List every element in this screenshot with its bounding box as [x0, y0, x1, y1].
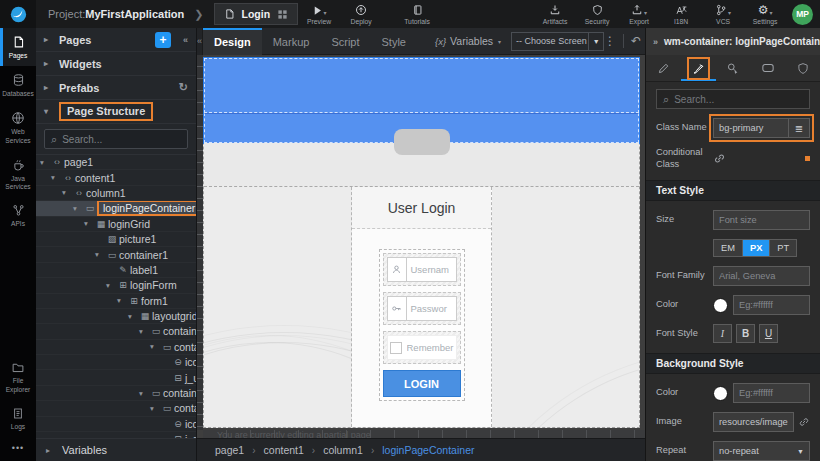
password-input[interactable]: Passwor	[407, 296, 457, 321]
tree-item[interactable]: ▾ ▭ container1	[36, 247, 196, 262]
settings-button[interactable]: ⚙▾ Settings	[744, 0, 786, 28]
canvas-tab[interactable]: Design	[203, 28, 262, 55]
password-field-row[interactable]: Passwor	[383, 292, 461, 325]
unit-pt-button[interactable]: PT	[770, 240, 796, 256]
username-field-row[interactable]: Usernam	[383, 253, 461, 286]
user-avatar[interactable]: MP	[792, 4, 813, 25]
collapse-panel-icon[interactable]: «	[183, 35, 188, 45]
remember-field-row[interactable]: Remember ...	[383, 331, 461, 364]
bg-color-swatch[interactable]	[713, 386, 728, 401]
breadcrumb-item[interactable]: loginPageContainer	[382, 444, 474, 456]
tree-item[interactable]: ▾ ▭ container	[36, 386, 196, 401]
rail-item-pages[interactable]: Pages	[0, 28, 36, 66]
bold-button[interactable]: B	[736, 324, 755, 343]
sidebar-section-widgets[interactable]: ▸ Widgets	[36, 52, 196, 76]
unit-px-button[interactable]: PX	[743, 240, 770, 256]
tree-item[interactable]: ▾ ▦ loginGrid	[36, 217, 196, 232]
tree-search-input[interactable]	[62, 134, 181, 145]
page-tab-login[interactable]: Login	[214, 3, 299, 25]
tab-events[interactable]	[716, 55, 751, 81]
grid-column-right[interactable]	[492, 187, 639, 427]
login-button[interactable]: LOGIN	[383, 370, 461, 397]
rail-item-file-explorer[interactable]: File Explorer	[0, 354, 36, 399]
tab-styles[interactable]	[681, 55, 716, 81]
sidebar-section-variables[interactable]: ▸ Variables	[36, 438, 196, 461]
tree-item[interactable]: ▾ ‹› column1	[36, 186, 196, 201]
color-swatch[interactable]	[713, 298, 728, 313]
tree-item[interactable]: ✎ label1	[36, 263, 196, 278]
tree-item[interactable]: ⊖ icon	[36, 355, 196, 370]
page-preview[interactable]: User Login Usernam	[203, 57, 640, 428]
kebab-menu-icon[interactable]: ⋮	[604, 34, 616, 48]
sidebar-section-page-structure[interactable]: ▾ Page Structure	[36, 100, 196, 124]
rail-item-web-services[interactable]: Web Services	[0, 104, 36, 150]
tab-device[interactable]	[750, 55, 785, 81]
picture-placeholder[interactable]	[394, 129, 450, 155]
tree-item[interactable]: ▾ ▭ container	[36, 324, 196, 339]
tree-item[interactable]: ▾ ▦ layoutgrid2	[36, 309, 196, 324]
canvas-tab[interactable]: Style	[371, 28, 417, 55]
canvas-tab[interactable]: Markup	[262, 28, 321, 55]
username-input[interactable]: Usernam	[407, 257, 457, 282]
bg-image-input[interactable]	[713, 412, 794, 432]
font-size-input[interactable]	[713, 210, 810, 230]
tree-search[interactable]: ⌕	[44, 129, 188, 149]
preview-button[interactable]: ▾ Preview	[298, 0, 340, 28]
property-search[interactable]: ⌕	[656, 89, 810, 109]
rail-item-databases[interactable]: Databases	[0, 66, 36, 104]
artifacts-button[interactable]: Artifacts	[534, 0, 576, 28]
rail-item-logs[interactable]: Logs	[0, 400, 36, 437]
unit-em-button[interactable]: EM	[714, 240, 743, 256]
tab-properties[interactable]	[646, 55, 681, 81]
grid-column-left[interactable]	[204, 187, 352, 427]
security-button[interactable]: Security	[576, 0, 618, 28]
rail-item-java-services[interactable]: Java Services	[0, 151, 36, 197]
refresh-icon[interactable]: ↻	[179, 81, 188, 94]
link-icon[interactable]	[713, 152, 726, 165]
rail-item-apis[interactable]: APIs	[0, 197, 36, 234]
tutorials-button[interactable]: Tutorials	[396, 0, 438, 28]
underline-button[interactable]: U	[759, 324, 778, 343]
variables-menu-button[interactable]: {x} Variables ▾	[435, 35, 501, 47]
tree-item[interactable]: ▨ picture1	[36, 232, 196, 247]
remember-checkbox[interactable]	[390, 342, 402, 354]
class-list-icon[interactable]: ≣	[789, 118, 810, 138]
vcs-button[interactable]: ▾ VCS	[702, 0, 744, 28]
italic-button[interactable]: I	[713, 324, 732, 343]
breadcrumb-item[interactable]: page1	[215, 444, 264, 456]
rail-more-button[interactable]: •••	[0, 437, 36, 461]
tree-item[interactable]: ▾ ▭ container	[36, 340, 196, 355]
sidebar-section-pages[interactable]: ▸ Pages + «	[36, 28, 196, 52]
text-color-input[interactable]	[733, 295, 810, 315]
canvas-tab[interactable]: Script	[320, 28, 370, 55]
class-name-input[interactable]	[713, 118, 789, 138]
property-search-input[interactable]	[674, 94, 803, 105]
deploy-button[interactable]: Deploy	[340, 0, 382, 28]
expand-panel-icon[interactable]: »	[653, 37, 658, 47]
tree-item[interactable]: ▾ ▭ container	[36, 401, 196, 416]
tree-item[interactable]: ▾ ‹› page1	[36, 155, 196, 170]
export-button[interactable]: ▾ Export	[618, 0, 660, 28]
tree-item[interactable]: ⊟ j_user	[36, 370, 196, 385]
wavemaker-logo-icon[interactable]	[0, 0, 36, 28]
tab-security[interactable]	[785, 55, 820, 81]
breadcrumb-item[interactable]: column1	[323, 444, 382, 456]
screen-size-select[interactable]: -- Choose Screen Size -- ▼	[511, 32, 604, 51]
tree-item[interactable]: ▾ ‹› content1	[36, 170, 196, 185]
header-row-1[interactable]	[204, 58, 639, 113]
font-family-input[interactable]	[713, 266, 810, 286]
sidebar-section-prefabs[interactable]: ▸ Prefabs ↻	[36, 76, 196, 100]
bg-repeat-select[interactable]: no-repeat ▼	[713, 441, 810, 461]
tree-item[interactable]: ▾ ⊞ loginForm	[36, 278, 196, 293]
link-icon[interactable]	[798, 416, 810, 428]
breadcrumb-item[interactable]: content1	[264, 444, 324, 456]
tree-item[interactable]: ▾ ⊞ form1	[36, 294, 196, 309]
login-form[interactable]: Usernam Passwor	[379, 249, 465, 401]
login-form-column[interactable]: User Login Usernam	[352, 187, 492, 427]
undo-icon[interactable]: ↶	[631, 34, 641, 48]
tree-item[interactable]: ⊖ icon	[36, 417, 196, 432]
add-page-button[interactable]: +	[155, 32, 171, 48]
i18n-button[interactable]: I18N	[660, 0, 702, 28]
tree-item[interactable]: ▾ ▭ loginPageContainer	[36, 201, 196, 216]
bg-color-input[interactable]	[733, 383, 810, 403]
